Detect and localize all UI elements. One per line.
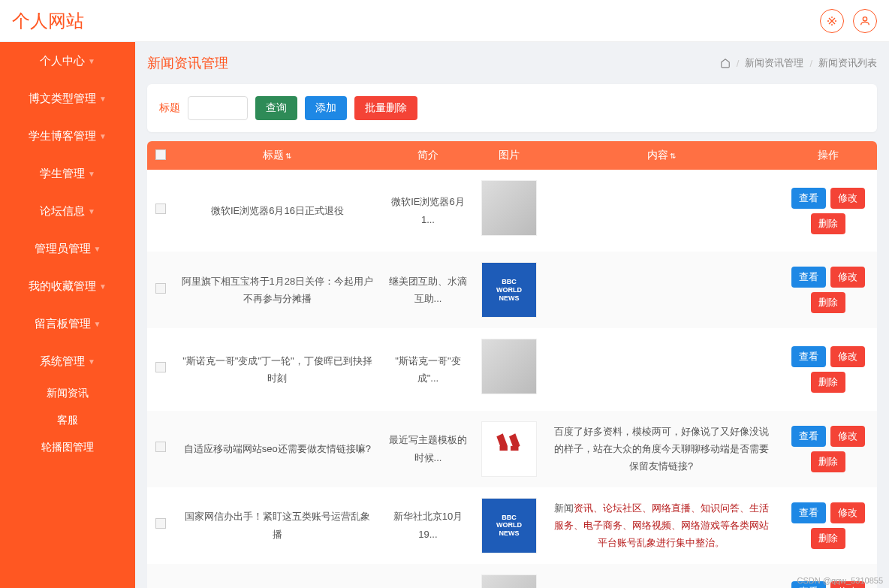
- table-row: 自适应移动端网站seo还需要做友情链接嘛?最近写主题模板的时候...百度了好多资…: [147, 411, 877, 487]
- row-checkbox[interactable]: [155, 283, 166, 294]
- chevron-down-icon: ▼: [88, 207, 95, 216]
- sidebar-sub-service[interactable]: 客服: [0, 407, 135, 434]
- row-checkbox[interactable]: [155, 518, 166, 529]
- row-checkbox[interactable]: [155, 204, 166, 214]
- sidebar-sub-carousel[interactable]: 轮播图管理: [0, 434, 135, 461]
- sidebar-item-forum[interactable]: 论坛信息▼: [0, 192, 135, 230]
- cell-title: 微软IE浏览器6月16日正式退役: [174, 170, 381, 252]
- cell-title: 阿里旗下相互宝将于1月28日关停：今起用户不再参与分摊播: [174, 252, 381, 328]
- edit-button[interactable]: 修改: [830, 267, 865, 288]
- view-button[interactable]: 查看: [791, 346, 826, 367]
- page-title: 新闻资讯管理: [147, 54, 228, 72]
- cell-intro: 继美团互助、水滴互助...: [381, 252, 475, 328]
- toolbar-card: 标题 查询 添加 批量删除: [147, 84, 877, 132]
- main-content: 新闻资讯管理 / 新闻资讯管理 / 新闻资讯列表 标题 查询 添加 批量删除: [135, 42, 889, 588]
- sidebar-sub-news[interactable]: 新闻资讯: [0, 380, 135, 407]
- add-button[interactable]: 添加: [305, 96, 347, 120]
- col-intro: 简介: [381, 141, 475, 170]
- row-checkbox[interactable]: [155, 362, 166, 372]
- watermark: CSDN @qqw_5310855: [797, 576, 883, 585]
- cell-content: 百度了好多资料，模棱两可，好像说了又好像没说的样子，站在大众的角度今天聊聊移动端…: [543, 411, 779, 487]
- cell-title: 吴京塑造的7个经典角色，很多演员一生难拥有一个经典!: [174, 564, 381, 588]
- search-label: 标题: [159, 101, 180, 115]
- view-button[interactable]: 查看: [791, 426, 826, 447]
- col-action: 操作: [779, 141, 877, 170]
- chevron-down-icon: ▼: [99, 282, 107, 291]
- sidebar-item-studentblog[interactable]: 学生博客管理▼: [0, 117, 135, 155]
- delete-button[interactable]: 删除: [811, 528, 845, 549]
- cell-intro: 吴京。1974年出生...: [381, 564, 475, 588]
- header: 个人网站: [0, 0, 889, 42]
- table-row: 国家网信办出手！紧盯这五类账号运营乱象播新华社北京10月19...BBCWORL…: [147, 487, 877, 564]
- edit-button[interactable]: 修改: [830, 188, 865, 209]
- svg-point-0: [863, 17, 866, 20]
- col-image: 图片: [475, 141, 543, 170]
- cell-content: [543, 328, 779, 410]
- sidebar-item-student[interactable]: 学生管理▼: [0, 155, 135, 192]
- search-input[interactable]: [188, 96, 248, 120]
- thumbnail: BBCWORLDNEWS: [481, 262, 537, 318]
- news-table: 标题⇅ 简介 图片 内容⇅ 操作 微软IE浏览器6月16日正式退役微软IE浏览器…: [147, 141, 877, 588]
- sidebar-item-blogtype[interactable]: 博文类型管理▼: [0, 80, 135, 117]
- checkbox-all[interactable]: [155, 149, 166, 160]
- cell-title: 国家网信办出手！紧盯这五类账号运营乱象播: [174, 487, 381, 564]
- logo: 个人网站: [12, 9, 84, 33]
- delete-button[interactable]: 删除: [811, 292, 845, 313]
- svg-rect-1: [500, 446, 508, 451]
- delete-button[interactable]: 删除: [811, 372, 845, 393]
- table-row: 阿里旗下相互宝将于1月28日关停：今起用户不再参与分摊播继美团互助、水滴互助..…: [147, 252, 877, 328]
- table-row: 吴京塑造的7个经典角色，很多演员一生难拥有一个经典!吴京。1974年出生...查…: [147, 564, 877, 588]
- home-icon: [720, 58, 731, 68]
- table-row: 微软IE浏览器6月16日正式退役微软IE浏览器6月1...查看修改删除: [147, 170, 877, 252]
- cell-content: 新闻资讯、论坛社区、网络直播、知识问答、生活服务、电子商务、网络视频、网络游戏等…: [543, 487, 779, 564]
- col-content: 内容⇅: [543, 141, 779, 170]
- thumbnail: [481, 421, 537, 477]
- cell-title: "斯诺克一哥"变成"丁一轮"，丁俊晖已到抉择时刻: [174, 328, 381, 410]
- view-button[interactable]: 查看: [791, 188, 826, 209]
- chevron-down-icon: ▼: [88, 57, 95, 65]
- view-button[interactable]: 查看: [791, 267, 826, 288]
- row-checkbox[interactable]: [155, 442, 166, 452]
- breadcrumb: / 新闻资讯管理 / 新闻资讯列表: [720, 56, 877, 70]
- thumbnail: [481, 339, 537, 394]
- cell-intro: 最近写主题模板的时候...: [381, 411, 475, 487]
- thumbnail: [481, 180, 537, 236]
- chevron-down-icon: ▼: [94, 320, 101, 328]
- chevron-down-icon: ▼: [94, 245, 101, 253]
- cell-title: 自适应移动端网站seo还需要做友情链接嘛?: [174, 411, 381, 487]
- col-title: 标题⇅: [174, 141, 381, 170]
- breadcrumb-item: 新闻资讯列表: [818, 56, 877, 70]
- chevron-down-icon: ▼: [99, 132, 107, 140]
- edit-button[interactable]: 修改: [830, 346, 865, 367]
- thumbnail: BBCWORLDNEWS: [481, 498, 537, 553]
- sort-icon[interactable]: ⇅: [285, 152, 291, 160]
- sort-icon[interactable]: ⇅: [670, 152, 676, 160]
- tools-icon[interactable]: [820, 9, 844, 33]
- cell-intro: 微软IE浏览器6月1...: [381, 170, 475, 252]
- cell-content: [543, 170, 779, 252]
- sidebar-item-personal[interactable]: 个人中心▼: [0, 42, 135, 80]
- batch-delete-button[interactable]: 批量删除: [354, 96, 417, 120]
- search-button[interactable]: 查询: [255, 96, 297, 120]
- chevron-down-icon: ▼: [88, 170, 95, 178]
- table-row: "斯诺克一哥"变成"丁一轮"，丁俊晖已到抉择时刻"斯诺克一哥"变成"...查看修…: [147, 328, 877, 410]
- edit-button[interactable]: 修改: [830, 502, 865, 523]
- edit-button[interactable]: 修改: [830, 426, 865, 447]
- delete-button[interactable]: 删除: [811, 213, 845, 234]
- cell-intro: 新华社北京10月19...: [381, 487, 475, 564]
- cell-content: [543, 564, 779, 588]
- sidebar-item-guestbook[interactable]: 留言板管理▼: [0, 305, 135, 342]
- cell-content: [543, 252, 779, 328]
- sidebar: 个人中心▼ 博文类型管理▼ 学生博客管理▼ 学生管理▼ 论坛信息▼ 管理员管理▼…: [0, 42, 135, 588]
- user-icon[interactable]: [853, 9, 877, 33]
- breadcrumb-item[interactable]: 新闻资讯管理: [745, 56, 803, 70]
- thumbnail: [481, 574, 537, 588]
- chevron-down-icon: ▼: [88, 357, 95, 366]
- sidebar-item-system[interactable]: 系统管理▼: [0, 342, 135, 380]
- sidebar-item-admin[interactable]: 管理员管理▼: [0, 230, 135, 267]
- cell-intro: "斯诺克一哥"变成"...: [381, 328, 475, 410]
- chevron-down-icon: ▼: [99, 95, 107, 103]
- view-button[interactable]: 查看: [791, 502, 826, 523]
- sidebar-item-favorites[interactable]: 我的收藏管理▼: [0, 267, 135, 305]
- delete-button[interactable]: 删除: [811, 451, 845, 472]
